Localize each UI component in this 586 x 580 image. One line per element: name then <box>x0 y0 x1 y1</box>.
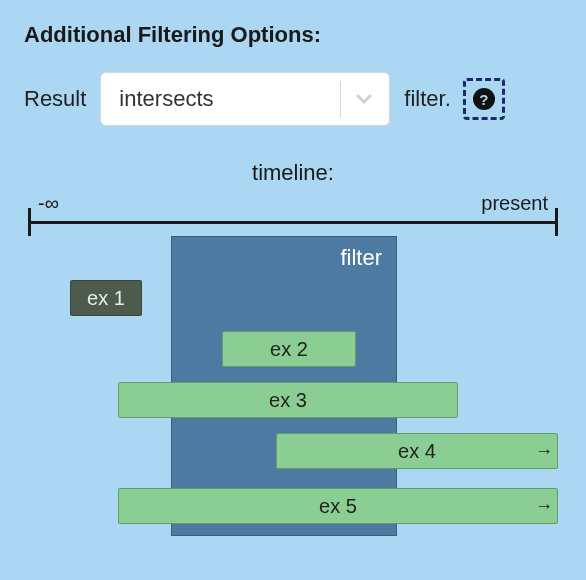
question-icon: ? <box>473 88 495 110</box>
ragged-edge <box>552 434 558 468</box>
chevron-down-icon <box>349 89 379 109</box>
example-bar-4: ex 4 → <box>276 433 558 469</box>
select-divider <box>340 81 341 117</box>
section-heading: Additional Filtering Options: <box>24 22 562 48</box>
timeline-start-label: -∞ <box>38 192 59 215</box>
timeline-title: timeline: <box>24 160 562 186</box>
result-label-after: filter. <box>404 86 450 112</box>
example-bar-2: ex 2 <box>222 331 356 367</box>
filter-mode-select[interactable]: intersects <box>100 72 390 126</box>
bar-label: ex 2 <box>270 338 308 361</box>
example-bar-3: ex 3 <box>118 382 458 418</box>
bar-label: ex 5 <box>319 495 357 518</box>
bar-label: ex 1 <box>87 287 125 310</box>
example-bar-1: ex 1 <box>70 280 142 316</box>
result-row: Result intersects filter. ? <box>24 72 562 126</box>
help-button[interactable]: ? <box>465 80 503 118</box>
bar-label: ex 3 <box>269 389 307 412</box>
example-bar-5: ex 5 → <box>118 488 558 524</box>
timeline-axis <box>28 221 558 224</box>
timeline-diagram: -∞ present filter ex 1 ex 2 ex 3 ex 4 → … <box>28 192 558 552</box>
timeline-end-label: present <box>481 192 548 215</box>
filter-mode-value: intersects <box>119 86 332 112</box>
ragged-edge <box>552 489 558 523</box>
bar-label: ex 4 <box>398 440 436 463</box>
result-label-before: Result <box>24 86 86 112</box>
arrow-right-icon: → <box>535 441 553 462</box>
arrow-right-icon: → <box>535 496 553 517</box>
